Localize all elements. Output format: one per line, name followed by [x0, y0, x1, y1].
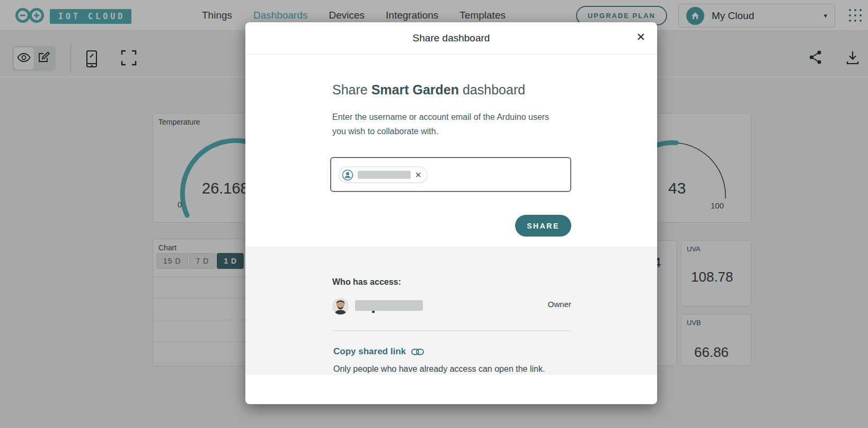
- owner-role-label: Owner: [548, 300, 571, 309]
- redaction-artifact: [372, 311, 375, 313]
- copy-shared-link[interactable]: Copy shared link: [333, 346, 424, 357]
- modal-header: Share dashboard ✕: [245, 22, 657, 55]
- copy-link-label: Copy shared link: [333, 346, 406, 357]
- share-dashboard-modal: Share dashboard ✕ Share Smart Garden das…: [245, 22, 657, 404]
- collaborator-chip: ✕: [339, 167, 428, 183]
- link-note: Only people who have already access can …: [333, 364, 545, 374]
- owner-avatar: [332, 298, 349, 315]
- share-description: Enter the username or account email of t…: [332, 110, 550, 138]
- modal-title: Share dashboard: [413, 32, 490, 44]
- modal-body: Share Smart Garden dashboard Enter the u…: [245, 55, 657, 247]
- divider: [332, 330, 571, 331]
- share-heading: Share Smart Garden dashboard: [332, 82, 525, 98]
- person-icon: [342, 169, 353, 181]
- access-title: Who has access:: [332, 277, 401, 287]
- link-chain-icon: [411, 348, 424, 355]
- redacted-owner-name: [355, 300, 423, 311]
- page: IOT CLOUD Things Dashboards Devices Inte…: [0, 0, 868, 428]
- collaborator-input[interactable]: ✕: [330, 157, 571, 192]
- redacted-username: [358, 171, 411, 179]
- dashboard-name: Smart Garden: [371, 82, 459, 97]
- chip-remove-icon[interactable]: ✕: [415, 171, 422, 179]
- share-button[interactable]: SHARE: [515, 215, 571, 237]
- close-icon[interactable]: ✕: [636, 31, 645, 42]
- access-section: Who has access: Owner Copy shared link: [245, 247, 657, 375]
